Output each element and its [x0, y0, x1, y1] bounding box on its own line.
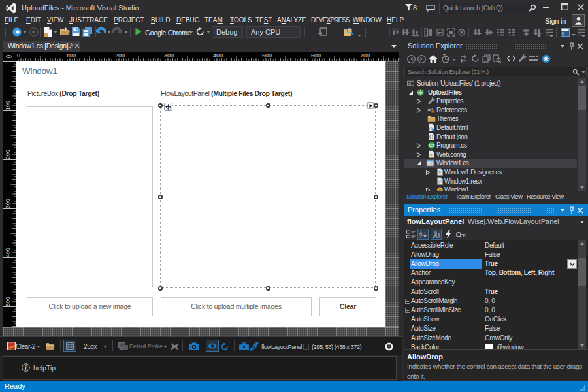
svg-text:C#: C# — [429, 142, 434, 148]
svg-text:Z: Z — [419, 235, 422, 238]
svg-text:sl: sl — [408, 82, 410, 86]
svg-text:i: i — [25, 364, 27, 371]
